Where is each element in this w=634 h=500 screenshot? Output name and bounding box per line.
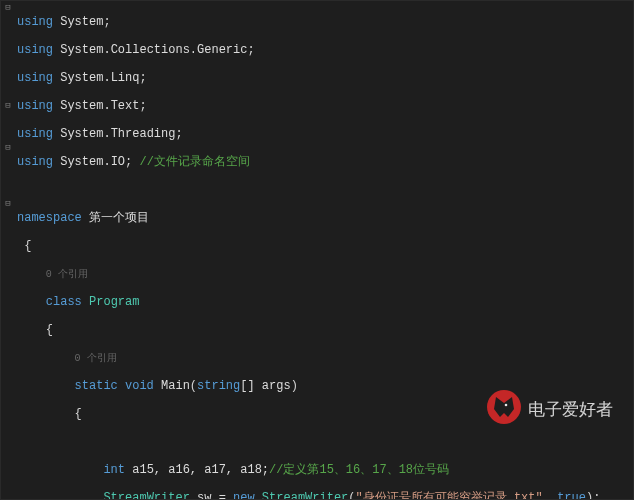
code-editor[interactable]: ⊟ ⊟ ⊟ ⊟ using System; using System.Colle… — [1, 1, 633, 499]
code-area[interactable]: using System; using System.Collections.G… — [15, 1, 634, 499]
codelens-reference[interactable]: 0 个引用 — [75, 353, 117, 364]
codelens-reference[interactable]: 0 个引用 — [46, 269, 88, 280]
fold-gutter: ⊟ ⊟ ⊟ ⊟ — [1, 1, 15, 499]
